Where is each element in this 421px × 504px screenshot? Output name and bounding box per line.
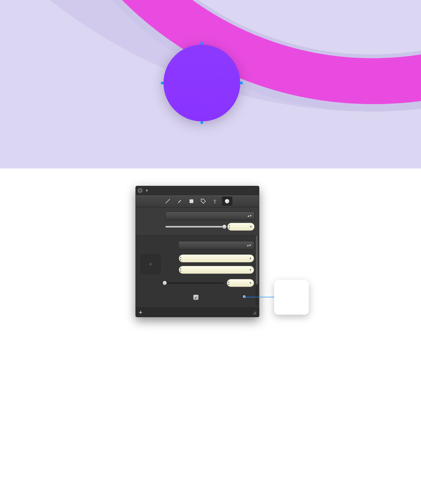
svg-text:T: T [213,199,216,204]
size-slider[interactable] [161,282,224,284]
svg-point-3 [225,199,229,203]
panel-scrollbar[interactable] [256,236,258,306]
svg-point-4 [226,199,227,201]
disclosure-icon[interactable]: ▼ [145,189,149,193]
selection-box[interactable] [162,43,241,123]
selection-handle-n[interactable] [201,42,203,45]
clip-shadow-checkbox[interactable]: ✓ [193,295,199,300]
shadow-y-field[interactable]: ▴▾ ▼ [179,266,254,274]
blend-select[interactable]: ▲▼ [165,212,255,220]
opacity-slider[interactable] [165,226,224,227]
callout-dot [243,295,245,298]
selection-handle-e[interactable] [240,82,243,84]
design-canvas[interactable] [0,0,421,168]
callout-line [244,297,274,297]
inspector-tabs: T [136,195,259,207]
shadow-preview-well[interactable]: + [141,254,160,274]
tab-stroke[interactable] [162,197,173,206]
blendmode-select[interactable]: ▲▼ [178,241,254,250]
opacity-field[interactable]: ▴▾ ▼ [227,223,255,231]
svg-line-0 [165,199,170,203]
close-icon[interactable]: ✕ [138,188,143,193]
rgb-callout [274,280,309,315]
tab-text[interactable]: T [210,197,220,206]
tab-tag[interactable] [198,197,209,206]
tab-brush[interactable] [174,197,185,206]
drop-shadow-settings: ▲▼ + ▴▾ ▼ [136,235,259,308]
tab-effects[interactable] [222,197,232,206]
selection-handle-s[interactable] [201,121,203,124]
appearance-panel: ✕ ▼ T ▲▼ [135,186,259,317]
size-field[interactable]: ▴▾ ▼ [227,279,254,287]
select-arrows-icon: ▲▼ [246,244,251,247]
select-arrows-icon: ▲▼ [247,214,251,218]
scrollbar-thumb[interactable] [256,236,258,284]
panel-footer: + ◢ [136,308,259,317]
size-knob[interactable] [162,281,167,285]
panel-titlebar[interactable]: ✕ ▼ [136,186,259,195]
svg-rect-1 [189,199,193,203]
tab-fill[interactable] [186,197,197,206]
add-effect-button[interactable]: + [139,308,142,316]
shadow-x-field[interactable]: ▴▾ ▼ [179,254,254,262]
opacity-knob[interactable] [222,224,227,229]
selection-handle-w[interactable] [161,82,163,84]
resize-grip-icon[interactable]: ◢ [252,309,256,315]
